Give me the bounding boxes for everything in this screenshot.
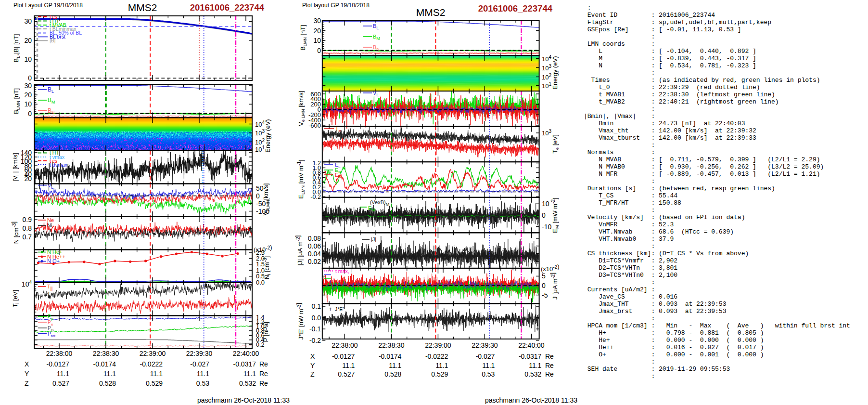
svg-text:0.528: 0.528 bbox=[99, 379, 116, 387]
svg-text:0: 0 bbox=[542, 282, 546, 289]
svg-text:0.53: 0.53 bbox=[196, 379, 209, 387]
svg-text:10: 10 bbox=[313, 37, 321, 44]
svg-text:0.529: 0.529 bbox=[146, 379, 163, 387]
svg-text:X: X bbox=[310, 353, 315, 360]
svg-text:0.529: 0.529 bbox=[431, 370, 448, 378]
svg-text:Te [eV]: Te [eV] bbox=[551, 134, 560, 154]
svg-text:X: X bbox=[25, 360, 29, 368]
svg-text:11.1: 11.1 bbox=[529, 362, 541, 369]
svg-text:20: 20 bbox=[24, 37, 32, 44]
svg-text:11.1: 11.1 bbox=[103, 370, 116, 378]
svg-text:11.1: 11.1 bbox=[243, 370, 256, 378]
svg-text:-5: -5 bbox=[542, 291, 548, 299]
svg-text:Energy (eV): Energy (eV) bbox=[551, 56, 559, 89]
svg-text:MMS2: MMS2 bbox=[416, 7, 446, 18]
svg-text:22:38:00: 22:38:00 bbox=[46, 350, 73, 357]
svg-text:0.527: 0.527 bbox=[338, 370, 355, 378]
svg-text:0.1: 0.1 bbox=[312, 302, 321, 310]
svg-text:22:39:30: 22:39:30 bbox=[472, 341, 498, 349]
svg-text:0.9: 0.9 bbox=[23, 216, 32, 223]
svg-text:140: 140 bbox=[21, 149, 32, 157]
svg-text:11.1: 11.1 bbox=[150, 370, 163, 378]
svg-text:Re: Re bbox=[545, 362, 554, 369]
svg-text:-0.0127: -0.0127 bbox=[47, 360, 70, 368]
svg-text:22:39:00: 22:39:00 bbox=[140, 350, 166, 357]
svg-text:paschmann 26-Oct-2018 11:33: paschmann 26-Oct-2018 11:33 bbox=[485, 396, 577, 404]
svg-text:11.1: 11.1 bbox=[342, 362, 355, 369]
svg-text:1.4: 1.4 bbox=[256, 314, 264, 321]
svg-text:20: 20 bbox=[24, 91, 32, 99]
svg-text:0.08: 0.08 bbox=[308, 235, 321, 242]
svg-text:MMS2: MMS2 bbox=[128, 2, 157, 13]
svg-text:|Vi | [km/s]: |Vi | [km/s] bbox=[12, 153, 20, 181]
svg-text:-10: -10 bbox=[542, 223, 551, 231]
svg-text:Z: Z bbox=[310, 370, 315, 378]
svg-text:0.0: 0.0 bbox=[312, 314, 321, 322]
svg-text:Plot layout GP 19/10/2018: Plot layout GP 19/10/2018 bbox=[302, 2, 370, 9]
svg-text:-0.027: -0.027 bbox=[476, 353, 495, 360]
svg-text:0.7: 0.7 bbox=[23, 233, 32, 241]
svg-text:22:38:30: 22:38:30 bbox=[93, 350, 119, 357]
svg-text:Re: Re bbox=[545, 353, 554, 360]
svg-text:11.1: 11.1 bbox=[197, 370, 209, 378]
svg-text:20: 20 bbox=[313, 27, 321, 35]
svg-text:0: 0 bbox=[28, 74, 32, 82]
svg-text:30: 30 bbox=[24, 17, 32, 25]
svg-text:Ti [eV]: Ti [eV] bbox=[12, 290, 20, 308]
svg-text:22:38:30: 22:38:30 bbox=[378, 341, 405, 349]
svg-text:BLMN [nT]: BLMN [nT] bbox=[13, 88, 21, 114]
svg-text:Re: Re bbox=[259, 360, 268, 368]
svg-text:Re: Re bbox=[545, 370, 554, 378]
svg-text:-0.0317: -0.0317 bbox=[519, 353, 542, 360]
svg-text:5: 5 bbox=[542, 272, 546, 280]
svg-text:t max,: t max, bbox=[335, 268, 349, 274]
svg-text:0.527: 0.527 bbox=[52, 379, 69, 387]
svg-text:J*E’: J*E’ bbox=[335, 306, 344, 312]
svg-text:-0.1: -0.1 bbox=[309, 325, 321, 333]
svg-text:0.532: 0.532 bbox=[239, 379, 256, 387]
svg-text:-0.0127: -0.0127 bbox=[332, 353, 355, 360]
svg-text:Re: Re bbox=[259, 379, 268, 387]
svg-text:BLMN [nT]: BLMN [nT] bbox=[299, 25, 307, 51]
svg-text:N O+: N O+ bbox=[47, 258, 60, 264]
svg-text:0.02: 0.02 bbox=[308, 258, 321, 265]
svg-text:-0.0174: -0.0174 bbox=[93, 360, 116, 368]
svg-text:Ni: Ni bbox=[47, 222, 52, 228]
svg-text:22:39:30: 22:39:30 bbox=[186, 350, 213, 357]
svg-text:0.8: 0.8 bbox=[23, 224, 32, 232]
svg-text:-0.2: -0.2 bbox=[309, 337, 321, 344]
svg-text:-0.2: -0.2 bbox=[310, 194, 321, 200]
svg-text:Y: Y bbox=[310, 362, 315, 369]
svg-text:11.1: 11.1 bbox=[435, 362, 448, 369]
svg-text:10: 10 bbox=[542, 200, 549, 208]
svg-text:paschmann 26-Oct-2018 11:33: paschmann 26-Oct-2018 11:33 bbox=[197, 396, 290, 404]
svg-text:0.528: 0.528 bbox=[384, 370, 401, 378]
svg-text:-50: -50 bbox=[256, 200, 266, 208]
svg-text:-0.0222: -0.0222 bbox=[425, 353, 448, 360]
svg-text:|B|: |B| bbox=[50, 38, 55, 43]
svg-text:10: 10 bbox=[24, 55, 32, 63]
svg-text:0.532: 0.532 bbox=[524, 370, 541, 378]
svg-text:-0.027: -0.027 bbox=[190, 360, 209, 368]
svg-text:22:40:00: 22:40:00 bbox=[233, 350, 259, 357]
svg-text:-0.0222: -0.0222 bbox=[140, 360, 163, 368]
svg-text:Plot Layout GP 19/10/2018: Plot Layout GP 19/10/2018 bbox=[13, 2, 83, 9]
svg-text:0.53: 0.53 bbox=[482, 370, 495, 378]
svg-text:11.1: 11.1 bbox=[389, 362, 401, 369]
svg-text:30: 30 bbox=[24, 82, 32, 90]
svg-text:-0.0317: -0.0317 bbox=[233, 360, 256, 368]
svg-text:-0.0174: -0.0174 bbox=[379, 353, 402, 360]
svg-text:Z: Z bbox=[25, 379, 29, 387]
svg-text:0: 0 bbox=[317, 47, 321, 54]
svg-text:11.1: 11.1 bbox=[57, 370, 69, 378]
svg-text:22:38:00: 22:38:00 bbox=[332, 341, 358, 349]
svg-text:11.1: 11.1 bbox=[482, 362, 495, 369]
svg-text:0.04: 0.04 bbox=[308, 250, 321, 258]
svg-text:t dvmax: t dvmax bbox=[50, 162, 68, 168]
svg-text:P [nPa]: P [nPa] bbox=[262, 322, 269, 342]
svg-text:Re: Re bbox=[259, 370, 268, 378]
svg-text:20161006_223744: 20161006_223744 bbox=[190, 2, 265, 13]
svg-text:10: 10 bbox=[24, 100, 32, 108]
svg-text:+: + bbox=[329, 306, 332, 313]
svg-text:Y: Y bbox=[25, 370, 29, 378]
